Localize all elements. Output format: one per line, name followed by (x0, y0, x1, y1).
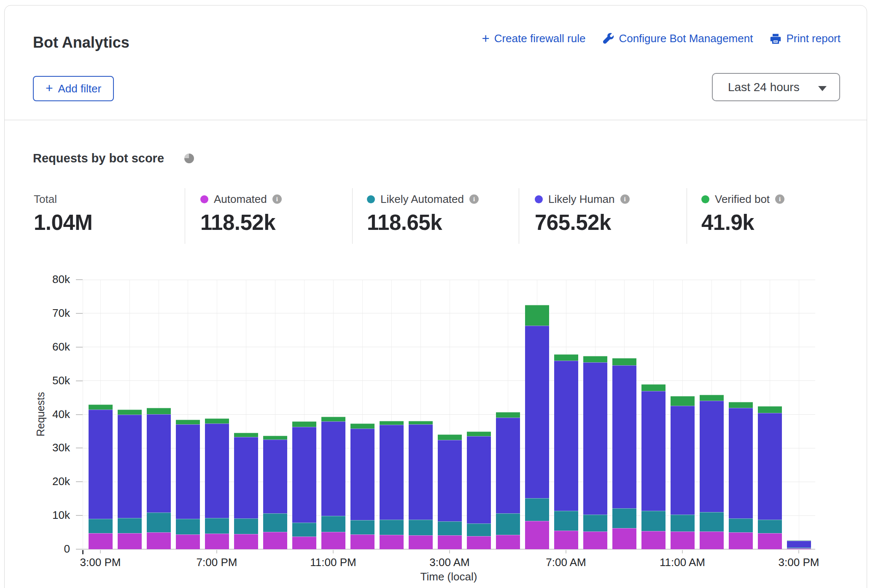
automated-dot (200, 195, 208, 203)
plus-icon: + (482, 33, 490, 44)
print-report-link[interactable]: Print report (770, 32, 841, 45)
info-icon[interactable]: i (469, 194, 479, 204)
chevron-down-icon (818, 86, 827, 91)
likely-human-dot (535, 195, 543, 203)
pie-chart-icon (184, 154, 194, 163)
section-title: Requests by bot score (33, 151, 164, 165)
verified-bot-dot (701, 195, 709, 203)
plus-icon: + (46, 82, 53, 94)
page-title: Bot Analytics (33, 34, 129, 51)
time-range-select[interactable]: Last 24 hours (712, 73, 840, 101)
stat-likely-automated: Likely Automated i 118.65k (367, 193, 479, 235)
info-icon[interactable]: i (620, 194, 630, 204)
header-divider (5, 120, 867, 120)
printer-icon (770, 33, 781, 45)
info-icon[interactable]: i (272, 194, 282, 204)
info-icon[interactable]: i (775, 194, 784, 204)
stat-total: Total 1.04M (34, 193, 92, 235)
stat-likely-human: Likely Human i 765.52k (535, 193, 630, 235)
configure-bot-management-link[interactable]: Configure Bot Management (602, 32, 753, 45)
stat-verified-bot: Verified bot i 41.9k (701, 193, 784, 235)
stat-automated: Automated i 118.52k (200, 193, 282, 235)
wrench-icon (602, 33, 614, 45)
header-actions: + Create firewall rule Configure Bot Man… (482, 32, 841, 45)
create-firewall-rule-link[interactable]: + Create firewall rule (482, 32, 586, 45)
add-filter-button[interactable]: + Add filter (33, 76, 114, 101)
likely-automated-dot (367, 195, 375, 203)
